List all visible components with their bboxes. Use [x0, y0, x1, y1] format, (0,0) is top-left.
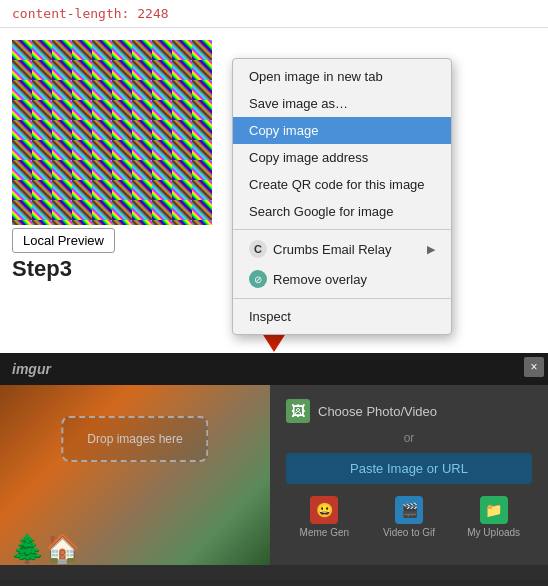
- separator-1: [233, 229, 451, 230]
- my-uploads-tool[interactable]: 📁 My Uploads: [455, 496, 532, 538]
- imgur-right: 🖼 Choose Photo/Video or Paste Image or U…: [270, 385, 548, 565]
- menu-item-inspect[interactable]: Inspect: [233, 303, 451, 330]
- imgur-close-button[interactable]: ×: [524, 357, 544, 377]
- video-to-gif-icon: 🎬: [395, 496, 423, 524]
- drop-area[interactable]: Drop images here: [61, 416, 208, 462]
- imgur-header: imgur: [0, 353, 548, 385]
- meme-gen-icon: 😀: [310, 496, 338, 524]
- submenu-chevron: ▶: [427, 243, 435, 256]
- code-text: content-length: 2248: [12, 6, 169, 21]
- choose-photo-icon: 🖼: [286, 399, 310, 423]
- imgur-logo: imgur: [12, 361, 51, 377]
- context-menu: Open image in new tab Save image as… Cop…: [232, 58, 452, 335]
- imgur-tools: 😀 Meme Gen 🎬 Video to Gif 📁 My Uploads: [286, 496, 532, 538]
- menu-item-crumbs-email[interactable]: C Crumbs Email Relay ▶: [233, 234, 451, 264]
- video-to-gif-tool[interactable]: 🎬 Video to Gif: [371, 496, 448, 538]
- main-area: Open image in new tab Save image as… Cop…: [0, 28, 548, 298]
- menu-item-copy-address[interactable]: Copy image address: [233, 144, 451, 171]
- paste-url-button[interactable]: Paste Image or URL: [286, 453, 532, 484]
- menu-item-create-qr[interactable]: Create QR code for this image: [233, 171, 451, 198]
- menu-item-copy-image[interactable]: Copy image: [233, 117, 451, 144]
- imgur-content: Drop images here 🌲🏠 🖼 Choose Photo/Video…: [0, 385, 548, 565]
- tree-icon: 🌲🏠: [10, 532, 80, 565]
- overlay-icon: ⊘: [249, 270, 267, 288]
- meme-gen-tool[interactable]: 😀 Meme Gen: [286, 496, 363, 538]
- imgur-left: Drop images here 🌲🏠: [0, 385, 270, 565]
- choose-photo-button[interactable]: 🖼 Choose Photo/Video: [286, 399, 532, 423]
- menu-item-search-google[interactable]: Search Google for image: [233, 198, 451, 225]
- menu-item-remove-overlay[interactable]: ⊘ Remove overlay: [233, 264, 451, 294]
- menu-item-save-image[interactable]: Save image as…: [233, 90, 451, 117]
- crumbs-icon: C: [249, 240, 267, 258]
- separator-2: [233, 298, 451, 299]
- step3-label: Step3: [12, 256, 72, 281]
- or-divider: or: [286, 431, 532, 445]
- menu-item-open-new-tab[interactable]: Open image in new tab: [233, 63, 451, 90]
- pixel-image: [12, 40, 212, 225]
- imgur-footer: By creating a post, you agree to imgur's…: [0, 580, 548, 586]
- imgur-section: × imgur Drop images here 🌲🏠 🖼 Choose Pho…: [0, 353, 548, 586]
- my-uploads-icon: 📁: [480, 496, 508, 524]
- local-preview-button[interactable]: Local Preview: [12, 228, 115, 253]
- code-bar: content-length: 2248: [0, 0, 548, 28]
